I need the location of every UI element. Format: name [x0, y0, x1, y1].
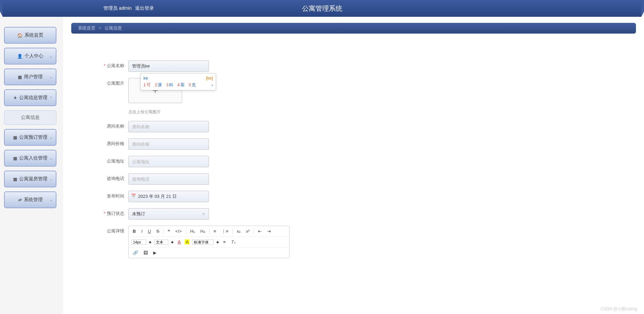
chevron-up-icon: ⌃	[50, 96, 52, 100]
sidebar-item-label: 公寓入住管理	[19, 155, 47, 161]
sidebar-item-apt-info[interactable]: ✈ 公寓信息管理 ⌃ · · · · · ·	[4, 89, 56, 106]
ime-next-icon[interactable]: ›	[212, 83, 213, 88]
sup-button[interactable]: x²	[245, 228, 251, 234]
editor-toolbar-2: 14px ◆ 文本 ◆ A A 标准字体 ◆ ≡ Tₓ	[129, 237, 289, 248]
apt-addr-label: 公寓地址	[98, 156, 128, 164]
align-button[interactable]: ≡	[222, 239, 227, 245]
apt-name-label: 公寓名称	[98, 60, 128, 69]
grid-icon: ▦	[13, 135, 17, 140]
h2-button[interactable]: H₂	[199, 228, 206, 234]
sidebar-item-label: 个人中心	[25, 53, 43, 59]
user-icon: 👤	[17, 54, 23, 59]
phone-input[interactable]	[128, 173, 209, 185]
room-name-label: 房间名称	[98, 121, 128, 129]
video-button[interactable]: ▶	[152, 250, 158, 256]
code-button[interactable]: </>	[174, 228, 183, 234]
breadcrumb-current: 公寓信息	[104, 26, 122, 31]
room-price-input[interactable]	[128, 138, 209, 150]
logout-link[interactable]: 退出登录	[135, 5, 154, 11]
pub-date-label: 发布时间	[98, 191, 128, 199]
sidebar-item-booking[interactable]: ▦ 公寓预订管理 ⌄ · · · · · ·	[4, 129, 56, 146]
pub-date-input[interactable]	[128, 191, 209, 202]
editor-toolbar-3: 🔗 🖼 ▶	[129, 248, 289, 258]
chevron-down-icon: ⌄	[50, 75, 52, 79]
dots-decoration: · · · · · ·	[23, 162, 38, 165]
clear-button[interactable]: Tₓ	[230, 239, 237, 245]
sidebar-item-label: 系统管理	[24, 197, 43, 203]
dots-decoration: · · · · · ·	[23, 81, 38, 84]
ime-candidate[interactable]: 1可	[143, 82, 151, 88]
header: 管理员 admin 退出登录 公寓管理系统	[3, 0, 641, 17]
bgcolor-button[interactable]: A	[185, 239, 190, 244]
font-type-select[interactable]: 文本	[154, 239, 168, 245]
ime-candidate[interactable]: 4客	[177, 82, 185, 88]
dots-decoration: · · · · · ·	[23, 141, 38, 144]
home-icon: 🏠	[17, 33, 23, 38]
chevron-down-icon: ⌄	[50, 177, 52, 181]
dots-decoration: · · · · · ·	[23, 101, 38, 104]
apt-addr-input[interactable]	[128, 156, 209, 167]
ime-typed: ke	[143, 76, 148, 81]
app-title: 公寓管理系统	[302, 4, 342, 13]
ime-phonetic: [ke]	[206, 76, 213, 81]
apt-image-label: 公寓图片	[98, 78, 128, 86]
breadcrumb-root[interactable]: 系统首页	[78, 26, 95, 31]
h1-button[interactable]: H₁	[189, 228, 196, 234]
quote-button[interactable]: ❝	[166, 228, 171, 234]
ime-candidate[interactable]: 2课	[155, 82, 162, 88]
ol-button[interactable]: ≡	[212, 228, 218, 234]
font-family-select[interactable]: 标准字体	[192, 239, 214, 245]
dots-decoration: · · · · · ·	[23, 183, 38, 186]
grid-icon: ▦	[18, 75, 22, 80]
font-size-select[interactable]: 14px	[131, 239, 146, 245]
dots-decoration: · · · · · ·	[23, 204, 38, 207]
italic-button[interactable]: I	[140, 228, 144, 234]
upload-hint: 点击上传公寓图片	[128, 109, 501, 115]
bold-button[interactable]: B	[131, 228, 137, 234]
breadcrumb: 系统首页 > 公寓信息	[71, 23, 636, 34]
book-status-label: 预订状态	[98, 208, 128, 217]
sidebar-item-label: 公寓信息管理	[19, 95, 47, 101]
sidebar: 🏠 系统首页 · · · · · · 👤 个人中心 ⌄ · · · · · · …	[0, 17, 60, 314]
grid-icon: ▦	[13, 156, 17, 161]
outdent-button[interactable]: ⇥	[266, 228, 272, 234]
settings-icon: ⇄	[18, 197, 22, 203]
breadcrumb-sep: >	[99, 26, 101, 31]
watermark: CSDN @小蔡coding	[601, 306, 637, 312]
room-price-label: 房间价格	[98, 138, 128, 147]
ime-candidate[interactable]: 3科	[166, 82, 173, 88]
image-button[interactable]: 🖼	[142, 250, 149, 256]
sidebar-item-label: 公寓信息	[21, 115, 40, 121]
sidebar-item-label: 公寓预订管理	[19, 134, 47, 140]
link-button[interactable]: 🔗	[131, 250, 139, 256]
dots-decoration: · · · · · ·	[23, 39, 38, 42]
phone-label: 咨询电话	[98, 173, 128, 182]
chevron-down-icon: ⌄	[50, 156, 52, 160]
sidebar-item-home[interactable]: 🏠 系统首页 · · · · · ·	[4, 27, 56, 44]
sidebar-item-checkin[interactable]: ▦ 公寓入住管理 ⌄ · · · · · ·	[4, 150, 56, 167]
editor-toolbar: B I U S ❝ </> H₁ H₂ ≡ ⋮≡ x₂	[129, 226, 289, 237]
sub-button[interactable]: x₂	[235, 228, 242, 234]
indent-button[interactable]: ⇤	[257, 228, 263, 234]
sidebar-item-checkout[interactable]: ▦ 公寓退房管理 ⌄ · · · · · ·	[4, 171, 56, 187]
ul-button[interactable]: ⋮≡	[220, 228, 230, 234]
plane-icon: ✈	[13, 95, 17, 100]
apt-name-input[interactable]	[128, 60, 209, 72]
underline-button[interactable]: U	[146, 228, 152, 234]
color-button[interactable]: A	[176, 239, 182, 245]
sidebar-item-label: 用户管理	[24, 74, 43, 80]
detail-label: 公寓详情	[98, 226, 128, 234]
sidebar-subitem-apt-info[interactable]: 公寓信息	[4, 110, 56, 125]
sidebar-item-system[interactable]: ⇄ 系统管理 ⌄ · · · · · ·	[4, 191, 56, 208]
ime-popup: ke [ke] 1可 2课 3科 4客 5克 ›	[140, 73, 216, 90]
ime-candidate[interactable]: 5克	[189, 82, 196, 88]
room-name-input[interactable]	[128, 121, 209, 132]
chevron-down-icon: ⌄	[50, 198, 52, 202]
sidebar-item-users[interactable]: ▦ 用户管理 ⌄ · · · · · ·	[4, 69, 56, 85]
sidebar-item-profile[interactable]: 👤 个人中心 ⌄ · · · · · ·	[4, 48, 56, 64]
strike-button[interactable]: S	[155, 228, 161, 234]
rich-text-editor: B I U S ❝ </> H₁ H₂ ≡ ⋮≡ x₂	[128, 226, 290, 258]
grid-icon: ▦	[13, 177, 17, 182]
chevron-down-icon: ⌄	[50, 136, 52, 139]
book-status-select[interactable]	[128, 208, 209, 220]
